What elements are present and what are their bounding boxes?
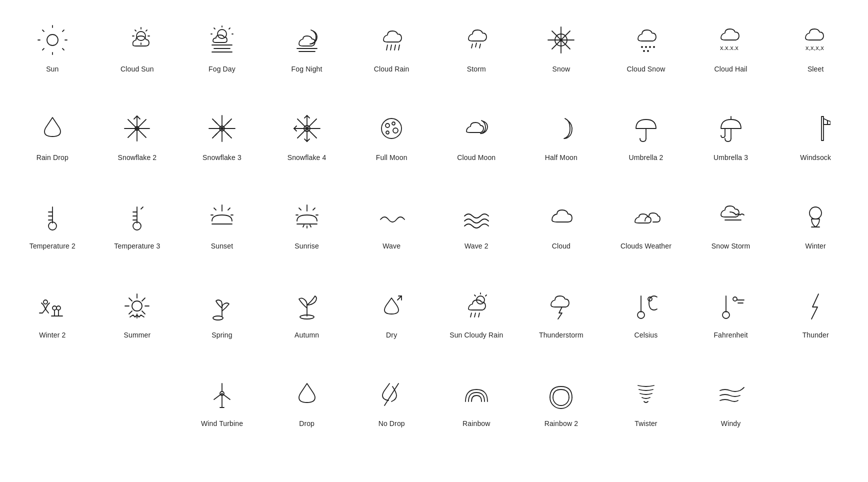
icon-cell-0-1[interactable]: Cloud Sun [95, 15, 180, 84]
icon-cell-2-9[interactable]: Winter [773, 192, 858, 260]
svg-line-28 [390, 45, 392, 50]
svg-line-8 [62, 48, 64, 50]
icon-cell-2-5[interactable]: Wave 2 [434, 192, 519, 260]
snowflake-4-label: Snowflake 4 [288, 153, 326, 162]
dry-icon [374, 288, 409, 324]
svg-line-6 [62, 30, 64, 32]
svg-point-112 [810, 207, 822, 219]
icon-cell-2-3[interactable]: Sunrise [264, 192, 350, 260]
icon-cell-0-8[interactable]: x.x.x.xCloud Hail [688, 15, 774, 84]
svg-line-110 [310, 225, 311, 227]
svg-line-19 [229, 28, 230, 29]
snowflake-3-icon [204, 111, 240, 146]
dry-label: Dry [386, 330, 397, 340]
icon-cell-4-4[interactable]: No Drop [349, 370, 434, 438]
half-moon-icon [544, 111, 578, 146]
icon-cell-1-1[interactable]: Snowflake 2 [95, 104, 180, 172]
svg-line-5 [42, 30, 44, 32]
icon-cell-1-8[interactable]: Umbrella 3 [688, 104, 774, 172]
celsius-label: Celsius [634, 330, 658, 340]
svg-line-135 [486, 295, 486, 296]
icon-cell-1-6[interactable]: Half Moon [519, 104, 604, 172]
svg-point-76 [386, 124, 390, 128]
wave-label: Wave [382, 242, 400, 250]
fahrenheit-icon [714, 288, 748, 324]
cloud-moon-icon [459, 111, 494, 146]
icon-cell-0-6[interactable]: Snow [519, 15, 604, 84]
svg-line-97 [214, 208, 216, 210]
icon-cell-2-4[interactable]: Wave [349, 192, 434, 260]
svg-line-60 [215, 122, 217, 124]
snowflake-2-icon [120, 111, 154, 146]
icon-cell-0-5[interactable]: Storm [434, 15, 519, 84]
icon-cell-3-4[interactable]: Dry [349, 281, 434, 350]
icon-cell-1-0[interactable]: Rain Drop [10, 104, 95, 172]
icon-cell-0-9[interactable]: x,x,x,xSleet [773, 15, 858, 84]
icon-cell-4-9[interactable] [773, 370, 858, 438]
icon-cell-2-6[interactable]: Cloud [519, 192, 604, 260]
icon-cell-1-3[interactable]: Snowflake 4 [264, 104, 350, 172]
icon-cell-3-6[interactable]: Thunderstorm [519, 281, 604, 350]
svg-line-14 [135, 30, 136, 31]
icon-cell-0-3[interactable]: Fog Night [264, 15, 350, 84]
icon-cell-0-2[interactable]: Fog Day [180, 15, 264, 84]
icon-cell-4-3[interactable]: Drop [264, 370, 350, 438]
icon-cell-1-5[interactable]: Cloud Moon [434, 104, 519, 172]
sun-icon [35, 22, 70, 58]
icon-cell-4-0[interactable] [10, 370, 95, 438]
rain-drop-icon [35, 111, 70, 146]
icon-cell-3-5[interactable]: Sun Cloudy Rain [434, 281, 519, 350]
rainbow-label: Rainbow [462, 419, 490, 428]
rain-drop-label: Rain Drop [36, 153, 68, 162]
icon-cell-1-9[interactable]: Windsock [773, 104, 858, 172]
icon-cell-0-4[interactable]: Cloud Rain [349, 15, 434, 84]
icon-cell-1-7[interactable]: Umbrella 2 [604, 104, 688, 172]
svg-line-18 [214, 28, 215, 29]
svg-line-129 [398, 296, 402, 300]
icon-cell-4-6[interactable]: Rainbow 2 [519, 370, 604, 438]
icon-cell-3-9[interactable]: Thunder [773, 281, 858, 350]
icon-cell-3-0[interactable]: Winter 2 [10, 281, 95, 350]
icon-cell-4-5[interactable]: Rainbow [434, 370, 519, 438]
icon-cell-0-0[interactable]: Sun [10, 15, 95, 84]
svg-line-136 [470, 313, 472, 317]
svg-text:x,x,x,x: x,x,x,x [806, 44, 824, 52]
cloud-rain-icon [374, 22, 409, 58]
umbrella-3-icon [714, 111, 748, 146]
umbrella-2-label: Umbrella 2 [628, 153, 663, 162]
cloud-snow-icon [628, 22, 664, 58]
icon-cell-3-3[interactable]: Autumn [264, 281, 350, 350]
icon-cell-2-7[interactable]: Clouds Weather [604, 192, 688, 260]
icon-cell-2-0[interactable]: Temperature 2 [10, 192, 95, 260]
cloud-hail-label: Cloud Hail [714, 64, 748, 74]
svg-line-150 [214, 394, 222, 400]
icon-cell-0-7[interactable]: Cloud Snow [604, 15, 688, 84]
icon-cell-3-7[interactable]: Celsius [604, 281, 688, 350]
icon-cell-3-8[interactable]: Fahrenheit [688, 281, 774, 350]
no-drop-icon [374, 377, 409, 412]
svg-line-63 [227, 134, 229, 136]
icon-cell-2-8[interactable]: Snow Storm [688, 192, 774, 260]
icon-cell-4-1[interactable] [95, 370, 180, 438]
svg-line-123 [129, 298, 132, 301]
cloud-label: Cloud [552, 242, 570, 250]
icon-cell-4-7[interactable]: Twister [604, 370, 688, 438]
icon-cell-1-4[interactable]: Full Moon [349, 104, 434, 172]
icon-cell-3-1[interactable]: Summer [95, 281, 180, 350]
no-drop-label: No Drop [378, 419, 405, 428]
celsius-icon [628, 288, 664, 324]
icon-cell-2-2[interactable]: Sunset [180, 192, 264, 260]
icon-cell-4-8[interactable]: Windy [688, 370, 774, 438]
icon-cell-1-2[interactable]: Snowflake 3 [180, 104, 264, 172]
sunset-label: Sunset [211, 242, 233, 250]
icon-cell-4-2[interactable]: Wind Turbine [180, 370, 264, 438]
icon-cell-2-1[interactable]: Temperature 3 [95, 192, 180, 260]
icon-cell-3-2[interactable]: Spring [180, 281, 264, 350]
sun-label: Sun [46, 64, 58, 74]
svg-line-126 [142, 311, 145, 314]
storm-label: Storm [467, 64, 486, 74]
svg-point-116 [52, 306, 56, 310]
svg-point-118 [132, 301, 142, 311]
umbrella-2-icon [628, 111, 664, 146]
sleet-icon: x,x,x,x [798, 22, 833, 58]
